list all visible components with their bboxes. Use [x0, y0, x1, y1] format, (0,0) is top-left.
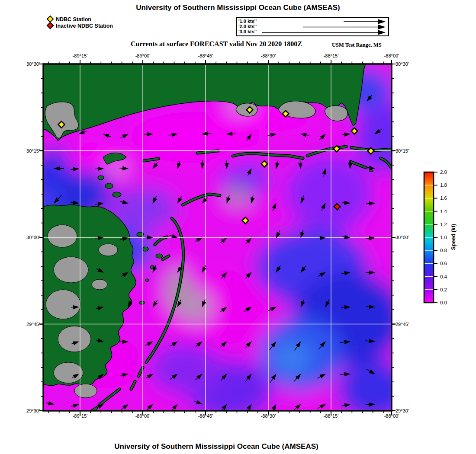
y-axis-label-right: 30°00'	[396, 235, 419, 240]
legend-item-ndbc: NDBC Station	[48, 16, 91, 22]
x-axis-label-top: -89°00'	[128, 53, 158, 58]
x-axis-label-bottom: -88°15'	[316, 413, 346, 419]
colorbar-tick-label: 1.0	[440, 235, 447, 240]
footer-title: University of Southern Mississippi Ocean…	[0, 442, 454, 451]
map-water-field	[22, 42, 415, 432]
x-axis-label-top: -88°45'	[190, 53, 221, 58]
y-axis-label-left: 29°30'	[16, 408, 40, 413]
colorbar-title: Speed (kt)	[450, 224, 457, 250]
current-speed-scale-box: '1.0 kts'' '2.0 kts'' '3.0 kts''	[236, 17, 389, 36]
legend-item-inactive-ndbc: Inactive NDBC Station	[48, 22, 113, 29]
y-axis-label-left: 30°15'	[16, 148, 40, 153]
colorbar-tick-label: 1.8	[440, 182, 447, 188]
x-axis-label-top: -88°30'	[253, 53, 283, 58]
colorbar-tick-label: 2.0	[440, 169, 447, 175]
x-axis-label-top: -89°15'	[65, 53, 95, 58]
x-axis-label-bottom: -89°15'	[65, 413, 95, 419]
x-axis-label-bottom: -88°00'	[376, 413, 407, 419]
page-title: University of Southern Mississippi Ocean…	[0, 3, 476, 12]
region-label: USM Test Range, MS	[332, 42, 382, 48]
y-axis-label-left: 30°30'	[16, 61, 40, 67]
x-axis-label-bottom: -88°30'	[253, 413, 283, 419]
x-axis-label-top: -88°00'	[376, 53, 407, 58]
colorbar-tick-label: 1.4	[440, 209, 447, 214]
colorbar-tick-label: 1.2	[440, 222, 447, 227]
scale-reference-arrows	[237, 18, 388, 35]
colorbar-tick-label: 0.2	[440, 287, 447, 292]
y-axis-label-right: 29°30'	[396, 408, 419, 413]
y-axis-label-right: 29°45'	[396, 322, 419, 327]
x-axis-label-bottom: -89°00'	[128, 413, 158, 419]
y-axis-label-left: 30°00'	[16, 235, 40, 240]
y-axis-label-left: 29°45'	[16, 322, 40, 327]
legend-label: Inactive NDBC Station	[56, 23, 113, 29]
colorbar-tick-label: 0.6	[440, 261, 447, 266]
colorbar-tick-label: 1.6	[440, 195, 447, 201]
colorbar-tick-label: 0.8	[440, 248, 447, 253]
y-axis-label-right: 30°30'	[396, 61, 419, 67]
speed-colorbar: 0.00.20.40.60.81.01.21.41.61.82.0	[419, 169, 471, 309]
inactive-ndbc-station-diamond-icon	[47, 22, 54, 29]
x-axis-label-top: -88°15'	[316, 53, 346, 58]
y-axis-label-right: 30°15'	[396, 148, 419, 153]
colorbar-tick-label: 0.4	[440, 274, 447, 279]
legend-label: NDBC Station	[56, 16, 91, 22]
forecast-map	[38, 59, 397, 416]
x-axis-label-bottom: -88°45'	[190, 413, 221, 419]
forecast-figure: { "header": { "title": "University of So…	[0, 0, 476, 454]
colorbar-tick-label: 0.0	[440, 300, 447, 305]
